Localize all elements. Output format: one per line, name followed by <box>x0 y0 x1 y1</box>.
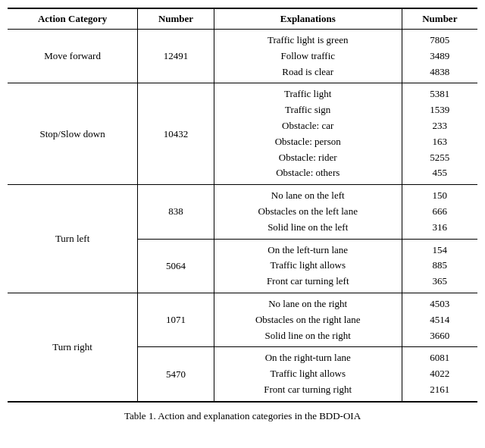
explanation-cell: No lane on the rightObstacles on the rig… <box>214 293 402 346</box>
action-number-cell: 5064 <box>138 239 214 293</box>
action-cell: Turn left <box>8 185 138 293</box>
explanation-cell: Traffic light is greenFollow trafficRoad… <box>214 30 402 83</box>
explanation-cell: Traffic lightTraffic signObstacle: carOb… <box>214 83 402 185</box>
table-row: Turn left838No lane on the leftObstacles… <box>8 185 477 239</box>
col-header-explanations: Explanations <box>214 8 402 30</box>
col-header-number2: Number <box>402 8 477 30</box>
explanation-number-cell: 608140222161 <box>402 347 477 402</box>
explanation-number-cell: 780534894838 <box>402 30 477 83</box>
action-number-cell: 5470 <box>138 347 214 402</box>
table-container: Action Category Number Explanations Numb… <box>8 8 477 403</box>
header-row: Action Category Number Explanations Numb… <box>8 8 477 30</box>
action-cell: Move forward <box>8 30 138 83</box>
explanation-number-cell: 538115392331635255455 <box>402 83 477 185</box>
table-row: Move forward12491Traffic light is greenF… <box>8 30 477 83</box>
table-row: Stop/Slow down10432Traffic lightTraffic … <box>8 83 477 185</box>
action-number-cell: 838 <box>138 185 214 239</box>
action-cell: Stop/Slow down <box>8 83 138 185</box>
explanation-cell: No lane on the leftObstacles on the left… <box>214 185 402 239</box>
table-row: Turn right1071No lane on the rightObstac… <box>8 293 477 346</box>
main-table: Action Category Number Explanations Numb… <box>8 8 477 403</box>
explanation-number-cell: 154885365 <box>402 239 477 293</box>
action-number-cell: 10432 <box>138 83 214 185</box>
table-caption: Table 1. Action and explanation categori… <box>8 410 477 422</box>
action-number-cell: 12491 <box>138 30 214 83</box>
action-cell: Turn right <box>8 293 138 401</box>
col-header-action: Action Category <box>8 8 138 30</box>
explanation-cell: On the right-turn laneTraffic light allo… <box>214 347 402 402</box>
explanation-number-cell: 150666316 <box>402 185 477 239</box>
action-number-cell: 1071 <box>138 293 214 346</box>
explanation-number-cell: 450345143660 <box>402 293 477 346</box>
col-header-number1: Number <box>138 8 214 30</box>
explanation-cell: On the left-turn laneTraffic light allow… <box>214 239 402 293</box>
